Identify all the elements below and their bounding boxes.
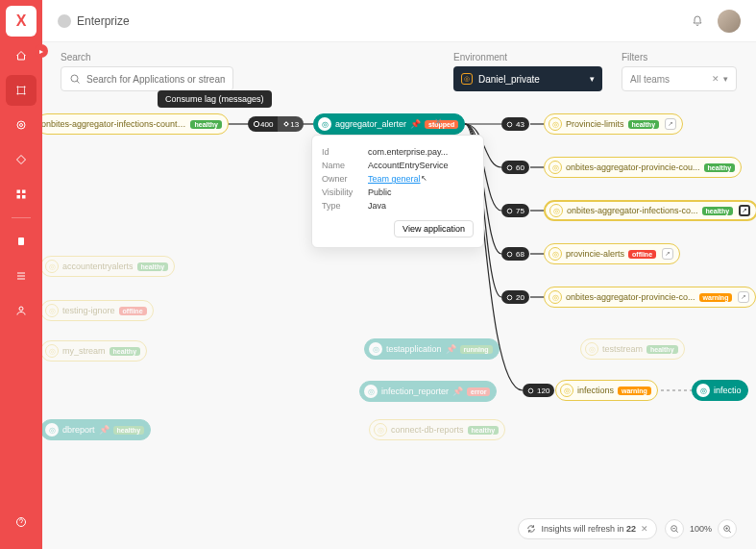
close-selection-icon[interactable]: ✕	[434, 116, 442, 127]
rail-grid-icon[interactable]	[6, 179, 37, 210]
owner-link[interactable]: Team general	[368, 174, 421, 184]
notifications-icon[interactable]	[689, 12, 706, 30]
search-input[interactable]	[86, 74, 225, 85]
external-icon[interactable]: ↗	[738, 291, 749, 303]
dismiss-icon[interactable]: ✕	[641, 524, 648, 534]
rail-graph-icon[interactable]	[6, 75, 37, 106]
environment-icon: ◎	[461, 73, 473, 85]
count-pill[interactable]: 20	[501, 290, 529, 304]
rail-help-icon[interactable]	[6, 507, 37, 537]
count-pill[interactable]: 75	[501, 204, 529, 217]
svg-point-4	[17, 121, 25, 129]
logo[interactable]: X	[6, 6, 37, 37]
refresh-status: Insights will refresh in 22 ✕	[518, 518, 657, 539]
status-badge: offline	[628, 250, 656, 259]
faded-node[interactable]: ◎accountentryalertshealthy	[42, 256, 175, 277]
downstream-node[interactable]: ◎ infections warning	[555, 380, 658, 401]
faded-node[interactable]: ◎infectio	[692, 380, 748, 401]
rail-expand-icon[interactable]: ▸	[35, 44, 48, 58]
count-pill[interactable]: 68	[501, 247, 529, 261]
svg-rect-7	[22, 190, 26, 194]
environment-label: Environment	[453, 52, 602, 62]
svg-point-20	[507, 295, 512, 300]
count-pill[interactable]: 43	[501, 117, 529, 131]
svg-rect-9	[22, 195, 26, 199]
faded-node[interactable]: ◎testapplication📌running	[364, 338, 500, 360]
search-box[interactable]	[61, 66, 233, 91]
workspace-icon	[58, 14, 71, 28]
faded-node[interactable]: ◎testing-ignoreoffline	[42, 300, 154, 321]
svg-point-18	[507, 209, 512, 213]
graph-canvas[interactable]: Consume lag (messages) onbites-aggregato…	[42, 90, 756, 549]
downstream-node[interactable]: ◎ onbites-aggregator-provincie-cou... he…	[544, 157, 742, 178]
svg-point-14	[254, 121, 258, 126]
team-select[interactable]: All teams ✕ ▾	[622, 66, 737, 91]
upstream-node[interactable]: onbites-aggregator-infections-counts-rep…	[42, 113, 229, 135]
workspace-selector[interactable]: Enterprize	[58, 14, 130, 28]
svg-point-15	[285, 122, 288, 125]
stream-icon: ◎	[549, 204, 563, 217]
external-icon[interactable]: ↗	[739, 205, 750, 216]
svg-point-17	[507, 165, 512, 170]
faded-node[interactable]: ◎infection_reporter📌error	[359, 381, 497, 402]
lag-pill[interactable]: 400 13	[248, 116, 304, 132]
downstream-node[interactable]: ◎ onbites-aggregator-provincie-co... war…	[544, 287, 756, 308]
status-badge: healthy	[704, 163, 736, 172]
lag-produce: 13	[278, 116, 304, 132]
downstream-node[interactable]: ◎ Provincie-limits healthy ↗	[544, 113, 683, 135]
app-icon: ◎	[318, 117, 331, 131]
svg-point-3	[24, 93, 26, 95]
rail-user-icon[interactable]	[6, 295, 37, 326]
left-rail: X	[0, 0, 42, 549]
rail-clipboard-icon[interactable]	[6, 226, 37, 257]
stream-icon: ◎	[560, 384, 573, 397]
clear-filter-icon[interactable]: ✕	[712, 74, 719, 84]
faded-node[interactable]: ◎dbreport📌healthy	[42, 419, 151, 440]
environment-select[interactable]: ◎ Daniel_private ▾	[453, 66, 602, 91]
node-label: infections	[577, 386, 614, 395]
svg-point-19	[507, 252, 512, 257]
zoom-controls: 100%	[665, 519, 737, 538]
svg-point-1	[24, 87, 26, 88]
external-icon[interactable]: ↗	[662, 248, 673, 260]
filters-row: Search Environment ◎ Daniel_private ▾ Fi…	[61, 52, 737, 91]
rail-list-icon[interactable]	[6, 261, 37, 291]
zoom-value: 100%	[690, 524, 712, 534]
stream-icon: ◎	[549, 290, 562, 304]
close-icon[interactable]	[487, 120, 500, 134]
environment-value: Daniel_private	[478, 74, 540, 85]
downstream-node[interactable]: ◎ provincie-alerts offline ↗	[544, 243, 680, 264]
node-label: aggregator_alerter	[335, 119, 406, 129]
svg-point-2	[17, 93, 19, 95]
zoom-out-button[interactable]	[665, 519, 684, 538]
stream-icon: ◎	[549, 161, 562, 174]
stream-icon: ◎	[549, 247, 562, 261]
topbar: Enterprize	[42, 0, 756, 42]
faded-node[interactable]: ◎teststreamhealthy	[580, 338, 685, 360]
node-label: onbites-aggregator-provincie-co...	[566, 292, 695, 302]
count-pill[interactable]: 120	[523, 384, 554, 397]
node-popover: Idcom.enterprise.pay... NameAccountEntry…	[311, 135, 484, 248]
svg-point-16	[507, 122, 512, 127]
avatar[interactable]	[718, 10, 741, 33]
downstream-node[interactable]: ◎ onbites-aggregator-infections-co... he…	[544, 200, 756, 221]
status-badge: warning	[618, 387, 651, 395]
svg-point-21	[528, 388, 533, 393]
stream-icon: ◎	[549, 117, 562, 131]
status-badge: healthy	[628, 120, 660, 129]
faded-node[interactable]: ◎connect-db-reportshealthy	[369, 419, 505, 440]
view-application-button[interactable]: View application	[394, 220, 474, 237]
rail-diamond-icon[interactable]	[6, 144, 37, 175]
faded-node[interactable]: ◎my_streamhealthy	[42, 340, 147, 362]
filters-label: Filters	[622, 52, 737, 62]
rail-target-icon[interactable]	[6, 110, 37, 140]
external-icon[interactable]: ↗	[665, 118, 676, 130]
selected-node[interactable]: ◎ aggregator_alerter 📌 stopped	[313, 113, 465, 135]
lag-consume: 400	[248, 116, 278, 132]
svg-point-5	[20, 124, 23, 127]
zoom-in-button[interactable]	[718, 519, 737, 538]
count-pill[interactable]: 60	[501, 161, 529, 174]
svg-rect-8	[17, 195, 21, 199]
rail-home-icon[interactable]	[6, 40, 37, 71]
svg-rect-10	[18, 237, 24, 245]
